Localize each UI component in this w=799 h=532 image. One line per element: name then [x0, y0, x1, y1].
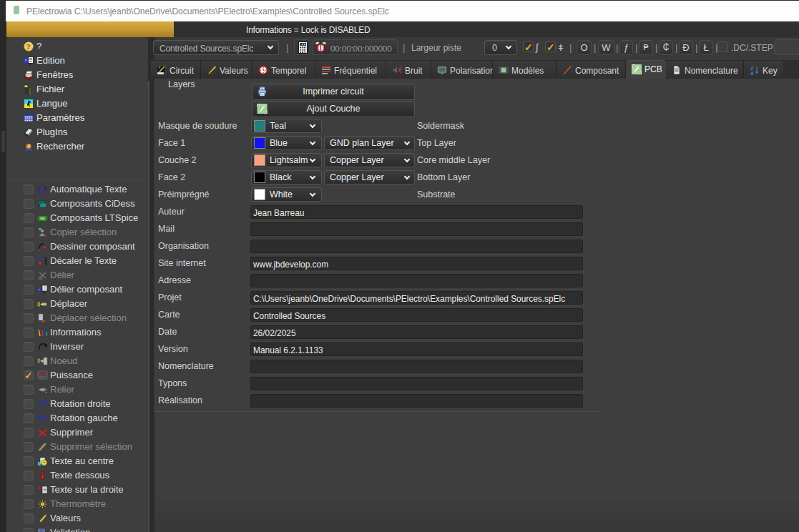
svg-text:?: ?: [26, 42, 31, 51]
svg-text:Z: Z: [750, 66, 754, 71]
svg-text:?: ?: [26, 142, 29, 147]
svg-text:A: A: [750, 71, 754, 76]
